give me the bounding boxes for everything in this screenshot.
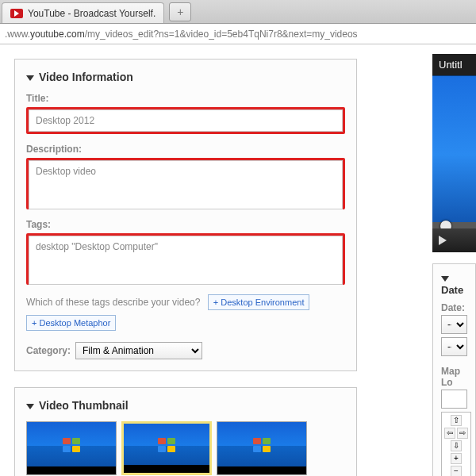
section-title-text: Date (441, 284, 463, 296)
tag-question-text: Which of these tags describe your video? (26, 297, 200, 308)
url-host: youtube.com (30, 29, 85, 40)
map-pan-up[interactable]: ⇧ (451, 415, 462, 426)
section-title-text: Video Thumbnail (39, 399, 129, 412)
browser-tab[interactable]: YouTube - Broadcast Yourself. (2, 2, 164, 23)
chevron-down-icon (441, 276, 449, 282)
plus-icon: + (177, 6, 183, 18)
section-title-text: Video Information (39, 71, 133, 83)
windows-logo-icon (253, 438, 271, 452)
thumbnail-option-3[interactable] (217, 421, 307, 475)
video-thumbnail-header[interactable]: Video Thumbnail (26, 399, 345, 412)
description-textarea[interactable]: Desktop video (29, 160, 343, 209)
category-label: Category: (26, 345, 71, 356)
tags-label: Tags: (26, 219, 345, 230)
youtube-icon (10, 9, 23, 18)
tag-suggestions: Which of these tags describe your video?… (26, 294, 345, 336)
map-zoom-in[interactable]: + (451, 453, 462, 464)
windows-logo-icon (158, 438, 175, 452)
windows-logo-icon (63, 438, 80, 452)
tags-textarea[interactable]: desktop "Desktop Computer" (29, 236, 343, 285)
category-select[interactable]: Film & Animation (75, 342, 202, 359)
date-and-map-panel: Date Date: --- --- Map Lo ⇧ ⇦⇨ ⇩ + − (432, 263, 476, 476)
chevron-down-icon (26, 75, 34, 81)
title-label: Title: (26, 93, 345, 104)
map-zoom-out[interactable]: − (451, 466, 462, 476)
map-pan-right[interactable]: ⇨ (457, 428, 468, 439)
date-section-header[interactable]: Date (441, 272, 467, 296)
map-pan-down[interactable]: ⇩ (451, 440, 462, 451)
video-information-header[interactable]: Video Information (26, 71, 345, 83)
new-tab-button[interactable]: + (169, 2, 191, 21)
video-preview-title: Untitl (432, 54, 476, 75)
map-pan-left[interactable]: ⇦ (444, 428, 455, 439)
description-label: Description: (26, 144, 345, 155)
play-icon[interactable] (439, 236, 447, 245)
video-thumbnail-panel: Video Thumbnail (14, 387, 357, 476)
date-select-1[interactable]: --- (441, 315, 467, 334)
tag-suggestion-desktop-metaphor[interactable]: + Desktop Metaphor (26, 315, 116, 331)
tab-title: YouTube - Broadcast Yourself. (28, 8, 155, 19)
video-preview[interactable]: Untitl (432, 54, 476, 252)
date-label: Date: (441, 302, 467, 313)
video-controls (432, 228, 476, 252)
url-path: /my_videos_edit?ns=1&video_id=5eb4TqNi7r… (85, 29, 358, 40)
url-prefix: .www. (5, 29, 30, 40)
url-bar[interactable]: .www. youtube.com /my_videos_edit?ns=1&v… (0, 24, 476, 44)
title-input[interactable] (29, 109, 343, 132)
tag-suggestion-desktop-environment[interactable]: + Desktop Environment (208, 294, 310, 310)
thumbnail-option-1[interactable] (26, 421, 117, 475)
thumbnail-option-2[interactable] (121, 421, 212, 475)
date-select-2[interactable]: --- (441, 337, 467, 356)
video-scrubber[interactable] (432, 222, 476, 228)
map-pan-controls: ⇧ ⇦⇨ ⇩ + − (441, 412, 471, 476)
map-location-input[interactable] (441, 390, 467, 409)
map-location-label: Map Lo (441, 366, 467, 388)
video-information-panel: Video Information Title: Description: De… (14, 59, 357, 371)
chevron-down-icon (26, 404, 34, 409)
browser-tab-bar: YouTube - Broadcast Yourself. + (0, 0, 476, 24)
